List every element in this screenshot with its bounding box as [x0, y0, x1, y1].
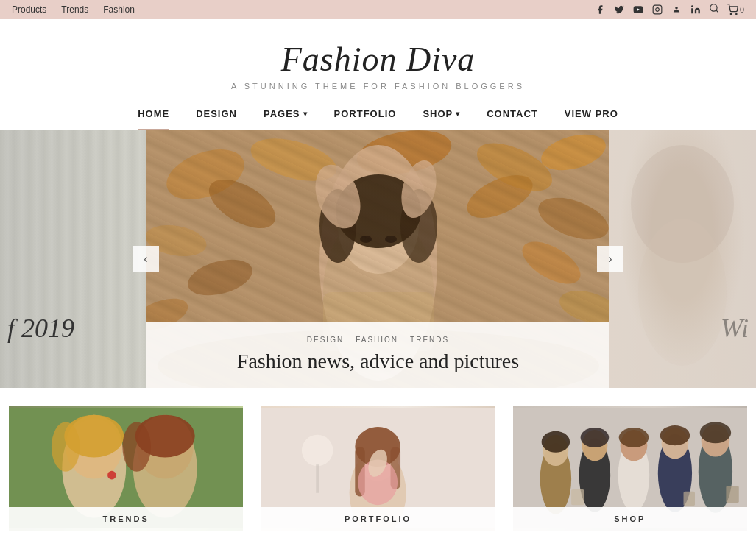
svg-point-12: [470, 133, 559, 201]
category-card-shop[interactable]: SHOP: [513, 406, 747, 531]
hero-tag-trends[interactable]: TRENDS: [410, 336, 449, 344]
svg-rect-1: [653, 5, 662, 14]
svg-point-4: [691, 5, 693, 7]
svg-point-10: [246, 130, 341, 188]
svg-point-27: [319, 189, 356, 263]
facebook-icon[interactable]: [594, 4, 606, 15]
svg-point-30: [385, 236, 397, 243]
hero-slider: f 2019: [0, 130, 756, 388]
svg-point-69: [618, 428, 649, 447]
svg-point-25: [338, 178, 419, 274]
site-header: Fashion Diva A Stunning Theme for Fashio…: [0, 19, 756, 98]
svg-point-5: [710, 4, 717, 11]
main-nav: HOME DESIGN PAGES ▾ PORTFOLIO SHOP ▾ CON…: [0, 98, 756, 130]
cart-count: 0: [740, 4, 744, 15]
hero-tags: DESIGN FASHION TRENDS: [169, 336, 588, 344]
shop-chevron-icon: ▾: [456, 110, 460, 118]
hero-tag-design[interactable]: DESIGN: [307, 336, 344, 344]
svg-point-17: [532, 189, 610, 247]
nav-item-viewpro[interactable]: VIEW PRO: [565, 108, 618, 130]
youtube-icon[interactable]: [632, 4, 644, 15]
svg-point-3: [675, 7, 678, 9]
hero-caption: DESIGN FASHION TRENDS Fashion news, advi…: [146, 322, 610, 388]
nav-item-shop[interactable]: SHOP ▾: [423, 108, 460, 130]
twitter-icon[interactable]: [613, 4, 625, 15]
topbar-link-trends[interactable]: Trends: [61, 4, 88, 15]
next-slide-button[interactable]: ›: [597, 246, 623, 272]
svg-point-26: [336, 174, 421, 248]
instagram-icon[interactable]: [651, 4, 663, 15]
topbar-link-fashion[interactable]: Fashion: [103, 4, 135, 15]
svg-point-11: [353, 130, 455, 181]
linkedin-icon[interactable]: [690, 4, 702, 15]
svg-point-6: [730, 13, 731, 14]
cart-icon[interactable]: 0: [727, 4, 744, 15]
svg-point-63: [541, 431, 570, 453]
svg-point-7: [736, 13, 737, 14]
nav-item-pages[interactable]: PAGES ▾: [264, 108, 308, 130]
site-title[interactable]: Fashion Diva: [0, 40, 756, 79]
svg-rect-76: [571, 489, 584, 505]
hero-center-slide: DESIGN FASHION TRENDS Fashion news, advi…: [146, 130, 610, 388]
svg-point-66: [580, 428, 609, 447]
svg-point-14: [201, 169, 283, 238]
svg-point-56: [302, 435, 333, 466]
hero-left-text: f 2019: [7, 313, 74, 344]
svg-point-75: [699, 422, 730, 443]
svg-rect-77: [683, 492, 694, 506]
nav-item-design[interactable]: DESIGN: [196, 108, 237, 130]
top-bar-social: 0: [594, 3, 744, 16]
hero-tag-fashion[interactable]: FASHION: [356, 336, 398, 344]
nav-item-home[interactable]: HOME: [138, 108, 169, 130]
pages-chevron-icon: ▾: [303, 110, 308, 118]
nav-item-contact[interactable]: CONTACT: [487, 108, 538, 130]
svg-point-9: [160, 140, 251, 209]
nav-item-portfolio[interactable]: PORTFOLIO: [334, 108, 397, 130]
svg-rect-78: [726, 486, 738, 503]
svg-point-36: [638, 219, 727, 366]
svg-point-46: [122, 422, 151, 472]
trends-label: TRENDS: [9, 507, 243, 531]
svg-point-29: [360, 236, 372, 243]
site-tagline: A Stunning Theme for Fashion Bloggers: [0, 82, 756, 91]
svg-point-15: [460, 166, 538, 227]
svg-point-72: [660, 425, 690, 445]
topbar-link-products[interactable]: Products: [12, 4, 46, 15]
hero-left-slide: f 2019: [0, 130, 147, 388]
top-bar-nav: Products Trends Fashion: [12, 4, 135, 15]
svg-point-18: [183, 253, 255, 302]
shop-label: SHOP: [513, 507, 747, 531]
svg-point-42: [52, 422, 80, 472]
svg-point-32: [395, 157, 442, 222]
svg-point-31: [307, 158, 368, 235]
svg-point-13: [537, 130, 609, 177]
portfolio-label: PORTFOLIO: [261, 507, 495, 531]
top-bar: Products Trends Fashion: [0, 0, 756, 19]
category-card-trends[interactable]: TRENDS: [9, 406, 243, 531]
svg-rect-57: [317, 464, 319, 493]
svg-point-28: [400, 189, 437, 263]
category-row: TRENDS PORTF: [0, 406, 756, 531]
hero-article-title[interactable]: Fashion news, advice and pictures: [169, 350, 588, 373]
category-card-portfolio[interactable]: PORTFOLIO: [261, 406, 495, 531]
search-icon[interactable]: [709, 3, 719, 16]
hero-right-slide: Wi: [609, 130, 756, 388]
svg-point-19: [515, 233, 587, 292]
odnoklassniki-icon[interactable]: [671, 4, 682, 15]
prev-slide-button[interactable]: ‹: [133, 246, 159, 272]
svg-point-47: [107, 471, 116, 480]
